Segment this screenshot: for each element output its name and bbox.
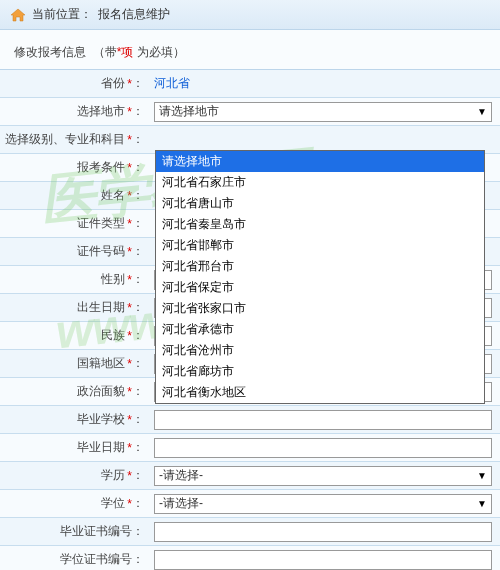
city-option[interactable]: 河北省沧州市 — [156, 340, 484, 361]
row-province: 省份*： 河北省 — [0, 70, 500, 98]
form-subtitle: 修改报考信息 （带*项 为必填） — [0, 30, 500, 69]
grad-date-input[interactable] — [154, 438, 492, 458]
row-degree-cert-no: 学位证书编号： — [0, 546, 500, 570]
city-select[interactable]: 请选择地市▼ — [154, 102, 492, 122]
row-school: 毕业学校*： — [0, 406, 500, 434]
city-option[interactable]: 请选择地市 — [156, 151, 484, 172]
degree-select[interactable]: -请选择-▼ — [154, 494, 492, 514]
education-select[interactable]: -请选择-▼ — [154, 466, 492, 486]
degree-cert-no-input[interactable] — [154, 550, 492, 570]
city-option[interactable]: 河北省保定市 — [156, 277, 484, 298]
city-option[interactable]: 河北省承德市 — [156, 319, 484, 340]
city-dropdown[interactable]: 请选择地市河北省石家庄市河北省唐山市河北省秦皇岛市河北省邯郸市河北省邢台市河北省… — [155, 150, 485, 404]
city-option[interactable]: 河北省唐山市 — [156, 193, 484, 214]
page-title: 报名信息维护 — [98, 6, 170, 23]
city-option[interactable]: 河北省衡水地区 — [156, 382, 484, 403]
breadcrumb-bar: 当前位置： 报名信息维护 — [0, 0, 500, 30]
city-option[interactable]: 河北省秦皇岛市 — [156, 214, 484, 235]
row-city: 选择地市*： 请选择地市▼ — [0, 98, 500, 126]
row-education: 学历*： -请选择-▼ — [0, 462, 500, 490]
city-option[interactable]: 河北省石家庄市 — [156, 172, 484, 193]
chevron-down-icon: ▼ — [477, 106, 487, 117]
city-option[interactable]: 河北省廊坊市 — [156, 361, 484, 382]
row-grad-date: 毕业日期*： — [0, 434, 500, 462]
grad-cert-no-input[interactable] — [154, 522, 492, 542]
city-option[interactable]: 河北省邢台市 — [156, 256, 484, 277]
city-option[interactable]: 河北省邯郸市 — [156, 235, 484, 256]
city-option[interactable]: 河北省张家口市 — [156, 298, 484, 319]
row-grad-cert-no: 毕业证书编号： — [0, 518, 500, 546]
home-icon — [10, 8, 26, 22]
row-degree: 学位*： -请选择-▼ — [0, 490, 500, 518]
school-input[interactable] — [154, 410, 492, 430]
province-value: 河北省 — [154, 75, 190, 92]
location-label: 当前位置： — [32, 6, 92, 23]
